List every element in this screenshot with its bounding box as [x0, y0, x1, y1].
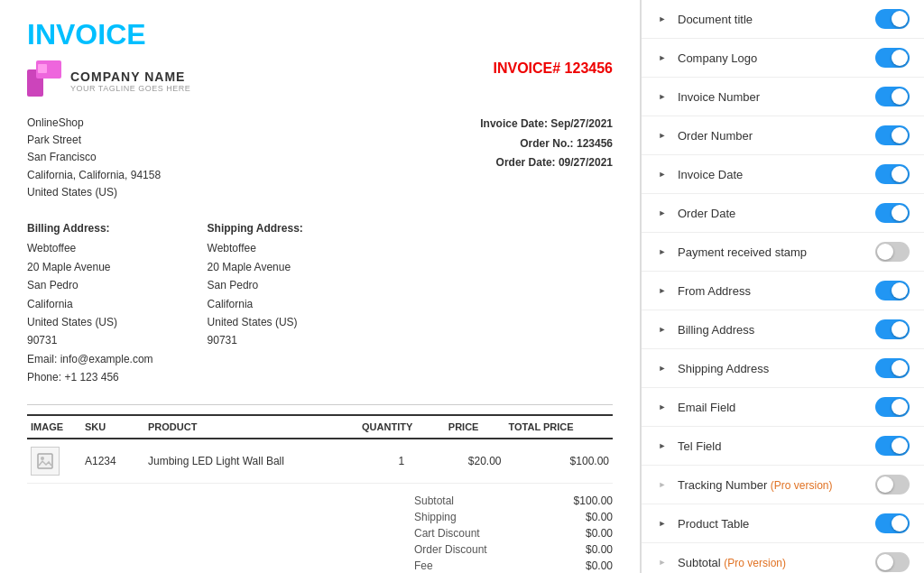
expand-arrow-icon[interactable]: ► — [656, 207, 669, 219]
toggle-product-table[interactable] — [875, 513, 910, 533]
table-row: A1234 Jumbing LED Light Wall Ball 1 $20.… — [27, 439, 613, 484]
toggle-tracking-number[interactable] — [875, 475, 910, 494]
td-price: $20.00 — [445, 439, 505, 484]
toggle-track[interactable] — [875, 164, 910, 184]
toggle-thumb — [877, 554, 893, 570]
expand-arrow-icon[interactable]: ► — [656, 517, 669, 530]
toggle-track[interactable] — [875, 552, 910, 572]
toggle-tel-field[interactable] — [875, 436, 910, 456]
toggle-track[interactable] — [875, 242, 910, 262]
table-header-row: IMAGE SKU PRODUCT QUANTITY PRICE TOTAL P… — [27, 415, 613, 439]
expand-arrow-icon[interactable]: ► — [656, 323, 669, 336]
toggle-thumb — [892, 50, 908, 66]
expand-arrow-icon[interactable]: ► — [656, 168, 669, 180]
expand-arrow-icon[interactable]: ► — [656, 556, 669, 568]
toggle-billing-address[interactable] — [875, 319, 910, 339]
svg-point-4 — [41, 457, 44, 460]
expand-arrow-icon[interactable]: ► — [656, 90, 669, 103]
expand-arrow-icon[interactable]: ► — [656, 401, 669, 413]
toggle-track[interactable] — [875, 87, 910, 106]
settings-label: Billing Address — [678, 323, 754, 337]
company-name-text: COMPANY NAME YOUR TAGLINE GOES HERE — [70, 69, 190, 93]
toggle-track[interactable] — [875, 48, 910, 68]
settings-item-document-title[interactable]: ► Document title — [642, 0, 924, 39]
settings-item-from-address[interactable]: ► From Address — [642, 272, 924, 310]
toggle-subtotal-pro[interactable] — [875, 552, 910, 572]
toggle-track[interactable] — [875, 397, 910, 417]
toggle-email-field[interactable] — [875, 397, 910, 417]
toggle-track[interactable] — [875, 475, 910, 494]
toggle-order-number[interactable] — [875, 125, 910, 145]
settings-label: Tel Field — [678, 439, 721, 453]
col-total: TOTAL PRICE — [504, 415, 613, 439]
toggle-thumb — [892, 515, 908, 531]
toggle-track[interactable] — [875, 9, 910, 29]
product-table: IMAGE SKU PRODUCT QUANTITY PRICE TOTAL P… — [27, 414, 613, 484]
settings-item-order-date[interactable]: ► Order Date — [642, 194, 924, 233]
expand-arrow-icon[interactable]: ► — [656, 478, 669, 491]
expand-arrow-icon[interactable]: ► — [656, 284, 669, 297]
settings-left: ► Billing Address — [656, 323, 754, 337]
invoice-title: INVOICE — [27, 18, 613, 51]
toggle-track[interactable] — [875, 203, 910, 223]
col-price: PRICE — [445, 415, 505, 439]
order-discount-row: Order Discount $0.00 — [414, 541, 613, 558]
toggle-track[interactable] — [875, 125, 910, 145]
expand-arrow-icon[interactable]: ► — [656, 439, 669, 452]
settings-item-invoice-date[interactable]: ► Invoice Date — [642, 155, 924, 194]
settings-label: Invoice Number — [678, 90, 760, 104]
toggle-order-date[interactable] — [875, 203, 910, 223]
toggle-invoice-number[interactable] — [875, 87, 910, 106]
expand-arrow-icon[interactable]: ► — [656, 245, 669, 258]
settings-item-tel-field[interactable]: ► Tel Field — [642, 427, 924, 466]
toggle-from-address[interactable] — [875, 281, 910, 300]
toggle-shipping-address[interactable] — [875, 358, 910, 378]
toggle-payment-stamp[interactable] — [875, 242, 910, 262]
settings-item-billing-address[interactable]: ► Billing Address — [642, 310, 924, 349]
expand-arrow-icon[interactable]: ► — [656, 362, 669, 374]
settings-label: Company Logo — [678, 51, 757, 65]
settings-item-shipping-address[interactable]: ► Shipping Address — [642, 349, 924, 388]
toggle-track[interactable] — [875, 319, 910, 339]
settings-item-company-logo[interactable]: ► Company Logo — [642, 39, 924, 78]
toggle-thumb — [892, 166, 908, 182]
toggle-track[interactable] — [875, 513, 910, 533]
toggle-thumb — [877, 476, 893, 493]
billing-phone: Phone: +1 123 456 — [27, 368, 153, 386]
settings-left: ► From Address — [656, 284, 751, 298]
expand-arrow-icon[interactable]: ► — [656, 51, 669, 64]
toggle-thumb — [892, 11, 908, 27]
settings-item-payment-stamp[interactable]: ► Payment received stamp — [642, 233, 924, 272]
settings-item-invoice-number[interactable]: ► Invoice Number — [642, 78, 924, 116]
settings-left: ► Order Number — [656, 129, 753, 143]
company-tagline: YOUR TAGLINE GOES HERE — [70, 84, 190, 93]
expand-arrow-icon[interactable]: ► — [656, 13, 669, 25]
settings-item-tracking-number[interactable]: ► Tracking Number (Pro version) — [642, 466, 924, 504]
addresses-section: Billing Address: Webtoffee 20 Maple Aven… — [27, 219, 613, 387]
settings-panel: ► Document title ► Company Logo ► Invoic… — [641, 0, 924, 573]
settings-left: ► Invoice Date — [656, 168, 743, 181]
company-logo-area: COMPANY NAME YOUR TAGLINE GOES HERE — [27, 60, 190, 101]
toggle-track[interactable] — [875, 358, 910, 378]
settings-left: ► Document title — [656, 13, 753, 26]
expand-arrow-icon[interactable]: ► — [656, 129, 669, 142]
shipping-address-block: Shipping Address: Webtoffee 20 Maple Ave… — [208, 219, 303, 387]
invoice-number-header: INVOICE# 123456 — [493, 60, 613, 77]
settings-item-subtotal-pro[interactable]: ► Subtotal (Pro version) — [642, 543, 924, 573]
toggle-invoice-date[interactable] — [875, 164, 910, 184]
toggle-company-logo[interactable] — [875, 48, 910, 68]
toggle-track[interactable] — [875, 281, 910, 300]
order-date-row: Order Date: 09/27/2021 — [480, 153, 613, 173]
settings-item-email-field[interactable]: ► Email Field — [642, 388, 924, 427]
settings-label: Shipping Address — [678, 362, 769, 375]
settings-left: ► Payment received stamp — [656, 245, 807, 259]
cart-discount-row: Cart Discount $0.00 — [414, 525, 613, 541]
settings-left: ► Order Date — [656, 207, 735, 220]
billing-address-block: Billing Address: Webtoffee 20 Maple Aven… — [27, 219, 153, 387]
settings-label: Order Date — [678, 207, 735, 220]
toggle-track[interactable] — [875, 436, 910, 456]
toggle-document-title[interactable] — [875, 9, 910, 29]
settings-item-order-number[interactable]: ► Order Number — [642, 116, 924, 155]
settings-item-product-table[interactable]: ► Product Table — [642, 504, 924, 543]
billing-email: Email: info@example.com — [27, 350, 153, 368]
